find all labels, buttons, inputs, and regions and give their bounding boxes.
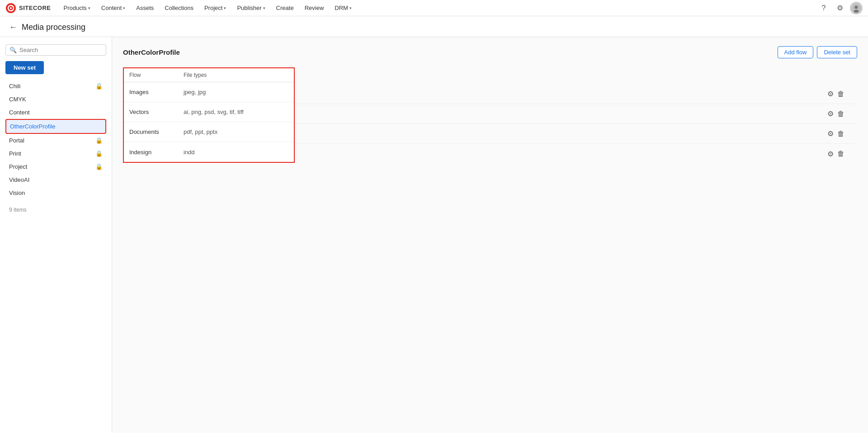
flow-types-images: jpeg, jpg [184,89,288,95]
sidebar-item-cmyk[interactable]: CMYK [5,93,106,106]
nav-item-project[interactable]: Project ▾ [199,0,231,16]
svg-point-2 [10,7,12,9]
nav-item-publisher[interactable]: Publisher ▾ [231,0,270,16]
chevron-down-icon: ▾ [263,6,265,10]
flow-name-images: Images [129,89,184,95]
settings-icon-documents[interactable]: ⚙ [826,128,835,140]
settings-icon-vectors[interactable]: ⚙ [826,108,835,120]
sidebar: 🔍 New set Chili 🔒 CMYK Content OtherColo… [0,37,112,433]
delete-icon-vectors[interactable]: 🗑 [835,108,846,120]
nav-item-create[interactable]: Create [271,0,299,16]
nav-item-products[interactable]: Products ▾ [58,0,95,16]
sidebar-item-print[interactable]: Print 🔒 [5,147,106,160]
chevron-down-icon: ▾ [224,6,226,10]
profile-title: OtherColorProfile [123,48,180,56]
sidebar-item-chili[interactable]: Chili 🔒 [5,80,106,93]
chevron-down-icon: ▾ [88,6,90,10]
sidebar-item-videoai[interactable]: VideoAI [5,173,106,186]
nav-item-assets[interactable]: Assets [131,0,159,16]
flow-types-vectors: ai, png, psd, svg, tif, tiff [184,109,288,115]
col-header-filetypes: File types [184,72,288,78]
logo-text: SITECORE [19,5,51,11]
sidebar-item-othercolorprofile[interactable]: OtherColorProfile [5,119,106,134]
help-button[interactable]: ? [817,2,830,14]
nav-item-content[interactable]: Content ▾ [96,0,131,16]
logo[interactable]: SITECORE [5,3,51,14]
add-flow-button[interactable]: Add flow [778,46,814,58]
sidebar-item-portal[interactable]: Portal 🔒 [5,134,106,147]
lock-icon: 🔒 [95,137,103,144]
flow-row-images: Images jpeg, jpg [124,82,294,102]
sidebar-item-vision[interactable]: Vision [5,186,106,199]
lock-icon: 🔒 [95,150,103,157]
sidebar-item-content[interactable]: Content [5,106,106,119]
flow-types-indesign: indd [184,149,288,156]
profile-header: OtherColorProfile Add flow Delete set [123,46,857,58]
lock-icon: 🔒 [95,83,103,90]
nav-items: Products ▾ Content ▾ Assets Collections … [58,0,817,16]
nav-item-collections[interactable]: Collections [159,0,199,16]
main-layout: 🔍 New set Chili 🔒 CMYK Content OtherColo… [0,37,868,433]
row-actions-vectors: ⚙ 🗑 [295,104,857,124]
search-box[interactable]: 🔍 [5,44,106,56]
flow-name-vectors: Vectors [129,109,184,115]
settings-icon-indesign[interactable]: ⚙ [826,148,835,160]
flow-types-documents: pdf, ppt, pptx [184,128,288,135]
settings-button[interactable]: ⚙ [834,2,846,14]
row-actions-indesign: ⚙ 🗑 [295,144,857,164]
search-icon: 🔍 [9,47,17,53]
page-title: Media processing [22,23,85,32]
back-button[interactable]: ← [9,23,17,32]
flow-row-indesign: Indesign indd [124,142,294,162]
sitecore-logo-icon [5,3,16,14]
item-count: 9 items [5,205,106,215]
chevron-down-icon: ▾ [123,6,125,10]
chevron-down-icon: ▾ [349,6,352,10]
top-nav: SITECORE Products ▾ Content ▾ Assets Col… [0,0,868,16]
nav-item-drm[interactable]: DRM ▾ [329,0,357,16]
nav-item-review[interactable]: Review [299,0,330,16]
delete-icon-documents[interactable]: 🗑 [835,128,846,140]
row-actions-images: ⚙ 🗑 [295,84,857,104]
settings-icon-images[interactable]: ⚙ [826,88,835,100]
flow-name-documents: Documents [129,128,184,135]
page-header: ← Media processing [0,16,868,37]
sidebar-list: Chili 🔒 CMYK Content OtherColorProfile P… [5,80,106,199]
content-area: OtherColorProfile Add flow Delete set Fl… [112,37,868,433]
avatar-icon [852,4,861,13]
delete-set-button[interactable]: Delete set [817,46,857,58]
delete-icon-indesign[interactable]: 🗑 [835,148,846,160]
svg-point-4 [855,5,858,9]
search-input[interactable] [19,47,102,53]
flow-table: Flow File types Images jpeg, jpg Vectors… [123,67,295,163]
delete-icon-images[interactable]: 🗑 [835,88,846,100]
lock-icon: 🔒 [95,163,103,170]
header-actions: Add flow Delete set [778,46,857,58]
flow-name-indesign: Indesign [129,149,184,156]
row-actions-documents: ⚙ 🗑 [295,124,857,144]
col-header-flow: Flow [129,72,184,78]
action-icons-column: ⚙ 🗑 ⚙ 🗑 ⚙ 🗑 ⚙ 🗑 [295,67,857,164]
user-avatar[interactable] [850,2,863,14]
sidebar-item-project[interactable]: Project 🔒 [5,160,106,173]
nav-right: ? ⚙ [817,2,863,14]
new-set-button[interactable]: New set [5,61,44,74]
main-content-body: Flow File types Images jpeg, jpg Vectors… [123,67,857,164]
flow-row-documents: Documents pdf, ppt, pptx [124,122,294,142]
flow-row-vectors: Vectors ai, png, psd, svg, tif, tiff [124,102,294,122]
